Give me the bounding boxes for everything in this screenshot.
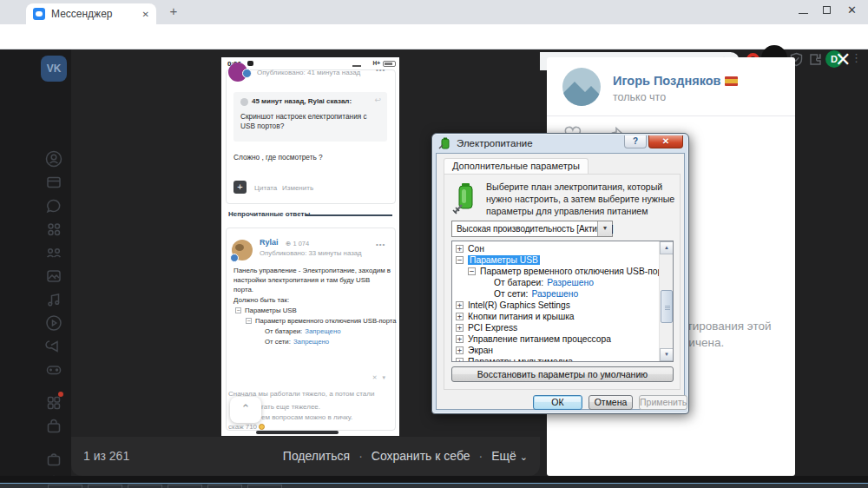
browser-tab[interactable]: Мессенджер ✕: [26, 3, 156, 24]
tree-row-usb-suspend[interactable]: −Параметр временного отключения USB-порт…: [452, 266, 658, 277]
post1-reply-text: Сложно , где посмотреть ?: [233, 153, 323, 162]
viewer-close-icon[interactable]: ✕: [835, 50, 851, 69]
sidebar-friends-icon[interactable]: [44, 220, 63, 239]
power-plan-battery-icon: [451, 181, 479, 214]
unread-replies-label: Непрочитанные ответы: [228, 210, 310, 218]
sidebar-clips-icon[interactable]: [44, 337, 63, 356]
list-scrollbar[interactable]: ▲ ▼: [659, 241, 673, 361]
tree-row-display[interactable]: +Экран: [452, 345, 658, 356]
collapse-box-icon[interactable]: −: [456, 256, 464, 264]
tree-row-intel-graphics[interactable]: +Intel(R) Graphics Settings: [452, 300, 658, 311]
new-tab-button[interactable]: +: [165, 3, 182, 20]
tree-row-multimedia[interactable]: +Параметры мультимедиа: [452, 356, 658, 362]
windows-taskbar-edge[interactable]: [0, 483, 868, 488]
scroll-to-top-button[interactable]: ⌃: [230, 397, 261, 423]
restore-defaults-button[interactable]: Восстановить параметры по умолчанию: [451, 366, 674, 382]
scroll-down-arrow-icon[interactable]: ▼: [660, 348, 674, 361]
taskbar-button[interactable]: [48, 485, 82, 488]
browser-tabstrip: Мессенджер ✕ + ✕: [0, 0, 868, 24]
taskbar-button[interactable]: [128, 485, 162, 488]
taskbar-button[interactable]: [247, 485, 282, 488]
tree-row-on-battery[interactable]: От батареи:Разрешено: [452, 277, 658, 288]
sidebar-communities-icon[interactable]: [44, 243, 63, 262]
quote-reply-icon[interactable]: ↩: [374, 96, 381, 104]
author-avatar[interactable]: [562, 68, 601, 106]
taskbar-button[interactable]: [168, 485, 202, 488]
tree-row-power-buttons[interactable]: +Кнопки питания и крышка: [452, 311, 658, 322]
post2-author[interactable]: Rylai: [260, 238, 279, 247]
selected-tree-item[interactable]: Параметры USB: [468, 255, 540, 265]
author-name[interactable]: Игорь Поздняков: [613, 74, 738, 88]
expand-box-icon[interactable]: +: [456, 313, 464, 320]
window-close-button[interactable]: ✕: [847, 0, 857, 19]
expand-box-icon[interactable]: +: [456, 335, 464, 343]
post1-edit-button[interactable]: Изменить: [282, 184, 313, 192]
sidebar-music-icon[interactable]: [44, 290, 63, 309]
separator-dot: ·: [358, 449, 363, 463]
setting-value-link[interactable]: Разрешено: [531, 289, 578, 299]
ok-button[interactable]: ОК: [533, 395, 582, 410]
signature-line: скаж 710: [228, 423, 265, 431]
expand-box-icon[interactable]: +: [456, 324, 464, 332]
tab-panel: Выберите план электропитания, который ну…: [444, 174, 681, 390]
collapse-box-icon[interactable]: −: [235, 307, 241, 313]
post1-avatar-badge: [242, 69, 252, 78]
sidebar-video-icon[interactable]: [44, 313, 63, 333]
sidebar-market-icon[interactable]: [44, 417, 63, 436]
collapse-box-icon[interactable]: −: [468, 267, 476, 275]
post1-quote-button[interactable]: Цитата: [254, 184, 277, 192]
tab-close-icon[interactable]: ✕: [142, 10, 149, 19]
more-button[interactable]: Ещё ⌄: [491, 449, 528, 463]
unread-divider-line: [306, 214, 392, 216]
dropdown-caret-icon[interactable]: ▾: [597, 221, 612, 236]
expand-box-icon[interactable]: +: [456, 301, 464, 309]
viewed-photo[interactable]: 0:06 H+ Опубликовано: 41 минута назад ••…: [221, 57, 399, 436]
post2-body: Панель управление - Электропитание, захо…: [233, 266, 391, 294]
expand-box-icon[interactable]: +: [456, 245, 464, 253]
cancel-button[interactable]: Отмена: [589, 395, 633, 410]
extensions-puzzle-icon[interactable]: [808, 52, 823, 67]
post1-menu-icon[interactable]: •••: [376, 66, 385, 74]
setting-value-link[interactable]: Разрешено: [547, 278, 594, 287]
vk-logo[interactable]: VK: [41, 56, 67, 82]
setting-value-link[interactable]: Запрещено: [305, 327, 340, 335]
tree-row-processor[interactable]: +Управление питанием процессора: [452, 333, 658, 345]
tab-advanced-settings[interactable]: Дополнительные параметры: [444, 158, 589, 174]
save-to-profile-button[interactable]: Сохранить к себе: [372, 449, 470, 463]
setting-value-link[interactable]: Запрещено: [293, 338, 329, 346]
scroll-up-arrow-icon[interactable]: ▲: [660, 241, 674, 254]
signature-collapse-icons[interactable]: ✕ ▾: [372, 374, 387, 381]
dialog-close-button[interactable]: ✕: [648, 135, 683, 148]
tree-row-sleep[interactable]: +Сон: [452, 243, 658, 254]
dialog-help-button[interactable]: ?: [624, 135, 647, 148]
tree-row-plugged-in[interactable]: От сети:Разрешено: [452, 288, 658, 300]
expand-box-icon[interactable]: +: [456, 358, 464, 362]
sidebar-photos-icon[interactable]: [44, 267, 63, 286]
sidebar-messenger-icon[interactable]: [44, 196, 63, 215]
photo-timestamp: только что: [613, 91, 666, 103]
restore-icon: [823, 6, 831, 14]
scrollbar-thumb[interactable]: [661, 290, 673, 323]
expand-box-icon[interactable]: +: [456, 346, 464, 354]
sidebar-games-icon[interactable]: [44, 360, 63, 379]
taskbar-button[interactable]: [207, 485, 242, 488]
tree-row-usb-settings[interactable]: −Параметры USB: [452, 254, 658, 266]
window-restore-button[interactable]: [823, 0, 831, 19]
browser-menu-icon[interactable]: ⋮: [851, 51, 862, 64]
taskbar-button[interactable]: [88, 485, 122, 488]
sidebar-bag-icon[interactable]: [44, 450, 63, 469]
tree-row-pci-express[interactable]: +PCI Express: [452, 322, 658, 333]
post2-menu-icon[interactable]: •••: [376, 241, 385, 248]
sidebar-miniapps-icon[interactable]: [44, 393, 63, 412]
collapse-box-icon[interactable]: −: [246, 318, 252, 324]
power-plan-dropdown[interactable]: Высокая производительность [Активен] ▾: [451, 221, 613, 237]
settings-tree-list[interactable]: +Сон −Параметры USB −Параметр временного…: [451, 241, 674, 362]
post1-published: Опубликовано: 41 минута назад: [257, 69, 360, 76]
post1-plus-button[interactable]: +: [233, 181, 247, 194]
sidebar-feed-icon[interactable]: [44, 173, 63, 192]
share-button[interactable]: Поделиться: [283, 449, 350, 463]
reputation-plus-icon: ⊕: [286, 240, 291, 247]
power-options-dialog[interactable]: Электропитание ? ✕ Дополнительные параме…: [431, 133, 689, 414]
window-minimize-button[interactable]: [799, 0, 808, 19]
sidebar-profile-icon[interactable]: [44, 149, 63, 168]
